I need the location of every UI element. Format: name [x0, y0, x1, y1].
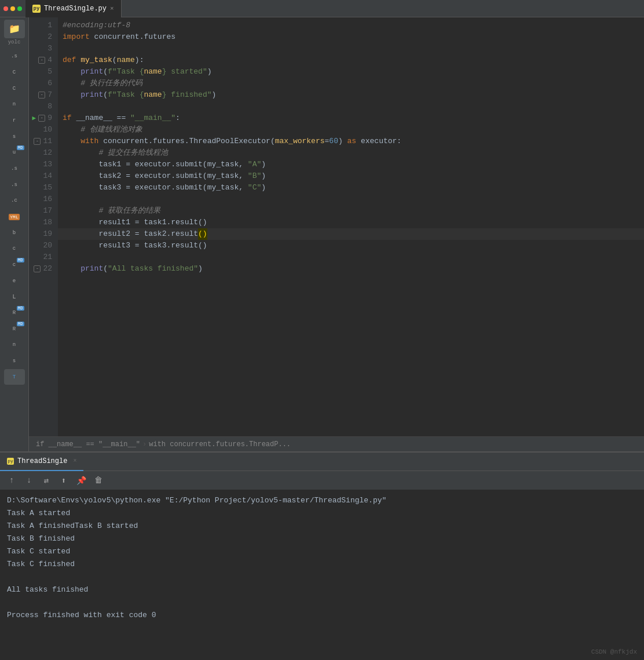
sidebar-item-5[interactable]: r — [4, 113, 25, 129]
toolbar-delete-button[interactable]: 🗑 — [92, 473, 105, 487]
breadcrumb-separator: › — [142, 440, 147, 448]
sidebar-item-10[interactable]: .c — [4, 193, 25, 209]
sidebar: 📁 yolc .s C C n r s u MD .s .s .c YML — [0, 17, 29, 451]
code-lines-container[interactable]: #encoding:utf-8 import concurrent.future… — [58, 17, 644, 436]
line-num-16: 16 — [29, 194, 58, 205]
line-num-15: 15 — [29, 182, 58, 194]
close-dot[interactable] — [3, 6, 8, 11]
terminal-line-1: Task A started — [7, 507, 637, 520]
code-line-22: print ( "All tasks finished" ) — [58, 263, 644, 275]
panel-tab-threadsingle[interactable]: py ThreadSingle × — [0, 453, 83, 471]
fold-icon-4[interactable]: - — [38, 57, 45, 64]
run-button[interactable]: ▶ — [32, 112, 36, 124]
sidebar-item-s[interactable]: s — [4, 353, 25, 369]
code-line-17: # 获取任务的结果 — [58, 205, 644, 217]
line-num-12: 12 — [29, 147, 58, 159]
bottom-panel: py ThreadSingle × ↑ ↓ ⇄ ⬆ 📌 🗑 D:\Softwar… — [0, 451, 644, 660]
terminal-line-cmd: D:\Software\Envs\yolov5\python.exe "E:/P… — [7, 494, 637, 507]
panel-tab-icon: py — [7, 458, 14, 465]
toolbar-up-button[interactable]: ↑ — [5, 473, 19, 487]
sidebar-item-r2[interactable]: R MD — [4, 321, 25, 337]
sidebar-item-4[interactable]: n — [4, 97, 25, 112]
line-num-17: 17 — [29, 205, 58, 217]
code-line-10: # 创建线程池对象 — [58, 124, 644, 136]
line-num-10: 10 — [29, 124, 58, 136]
sidebar-item-14[interactable]: e — [4, 273, 25, 289]
active-tab[interactable]: py ThreadSingle.py × — [25, 0, 122, 17]
line-num-21: 21 — [29, 251, 58, 263]
line-num-4: - 4 — [29, 54, 58, 66]
sidebar-item-12[interactable]: c — [4, 241, 25, 257]
breadcrumb-part2: with concurrent.futures.ThreadP... — [149, 440, 291, 448]
line-num-14: 14 — [29, 170, 58, 182]
code-line-14: task2 = executor.submit(my_task, "B" ) — [58, 170, 644, 182]
code-line-13: task1 = executor.submit(my_task, "A" ) — [58, 159, 644, 170]
line-num-6: 6 — [29, 78, 58, 89]
toolbar-down-button[interactable]: ↓ — [22, 473, 36, 487]
sidebar-file-list: .s C C n r s u MD .s .s .c YML b c — [0, 49, 28, 385]
paren-close: ) — [203, 228, 207, 240]
line-num-2: 2 — [29, 31, 58, 43]
code-line-7: print ( f"Task { name } finished" ) — [58, 89, 644, 101]
toolbar-pin-button[interactable]: 📌 — [74, 473, 88, 487]
panel-tab-close[interactable]: × — [73, 458, 76, 464]
line-num-1: 1 — [29, 20, 58, 31]
line-numbers: 1 2 3 - 4 5 6 - 7 8 ▶ - — [29, 17, 58, 436]
code-line-3 — [58, 43, 644, 54]
code-editor: 1 2 3 - 4 5 6 - 7 8 ▶ - — [29, 17, 644, 451]
line-num-11: - 11 — [29, 136, 58, 147]
breadcrumb-bar: if __name__ == "__main__" › with concurr… — [29, 436, 644, 451]
terminal-line-blank1 — [7, 571, 637, 584]
maximize-dot[interactable] — [17, 6, 22, 11]
line-num-7: - 7 — [29, 89, 58, 101]
fold-icon-9[interactable]: - — [38, 115, 45, 122]
project-icon: 📁 — [9, 23, 20, 35]
toolbar-rerun-button[interactable]: ⇄ — [39, 473, 53, 487]
terminal-line-3: Task B finished — [7, 533, 637, 545]
sidebar-badge-md: MD — [17, 145, 24, 150]
code-line-8 — [58, 101, 644, 112]
sidebar-item-1[interactable]: .s — [4, 49, 25, 64]
code-line-19: result2 = task2.result ( ) — [58, 228, 644, 240]
code-line-5: print ( f"Task { name } started" ) — [58, 66, 644, 78]
sidebar-item-project[interactable]: 📁 — [4, 20, 25, 38]
watermark: CSDN @nfkjdx — [591, 648, 637, 655]
editor-area: 📁 yolc .s C C n r s u MD .s .s .c YML — [0, 17, 644, 451]
tab-close-button[interactable]: × — [110, 5, 114, 12]
terminal-output[interactable]: D:\Software\Envs\yolov5\python.exe "E:/P… — [0, 490, 644, 660]
sidebar-item-yml[interactable]: YML — [4, 209, 25, 225]
sidebar-item-9[interactable]: .s — [4, 177, 25, 192]
line-num-8: 8 — [29, 101, 58, 112]
sidebar-item-11[interactable]: b — [4, 225, 25, 240]
paren-open: ( — [198, 228, 203, 240]
sidebar-item-2[interactable]: C — [4, 65, 25, 81]
fold-icon-22[interactable]: - — [34, 265, 41, 272]
sidebar-item-n[interactable]: n — [4, 337, 25, 353]
code-line-9: if __name__ == "__main__" : — [58, 112, 644, 124]
code-line-16 — [58, 194, 644, 205]
line-num-13: 13 — [29, 159, 58, 170]
sidebar-item-13[interactable]: c MD — [4, 257, 25, 273]
fold-icon-7[interactable]: - — [38, 92, 45, 99]
sidebar-item-6[interactable]: s — [4, 129, 25, 144]
python-file-icon: py — [32, 5, 41, 13]
sidebar-item-3[interactable]: C — [4, 81, 25, 96]
sidebar-item-current[interactable]: T — [4, 369, 25, 385]
line-num-22: - 22 — [29, 263, 58, 275]
terminal-line-6: All tasks finished — [7, 584, 637, 596]
terminal-line-5: Task C finished — [7, 558, 637, 571]
line-num-9: ▶ - 9 — [29, 112, 58, 124]
code-line-1: #encoding:utf-8 — [58, 20, 644, 31]
sidebar-item-15[interactable]: L — [4, 289, 25, 305]
minimize-dot[interactable] — [10, 6, 15, 11]
sidebar-label-yolc: yolc — [8, 39, 21, 45]
line-num-19: 19 — [29, 228, 58, 240]
sidebar-item-8[interactable]: .s — [4, 161, 25, 177]
toolbar-stop-button[interactable]: ⬆ — [57, 473, 71, 487]
panel-tab-label: ThreadSingle — [17, 457, 67, 465]
code-line-6: # 执行任务的代码 — [58, 78, 644, 89]
sidebar-item-7[interactable]: u MD — [4, 145, 25, 161]
sidebar-item-r1[interactable]: R MD — [4, 305, 25, 321]
code-line-18: result1 = task1.result() — [58, 217, 644, 228]
fold-icon-11[interactable]: - — [34, 138, 41, 145]
